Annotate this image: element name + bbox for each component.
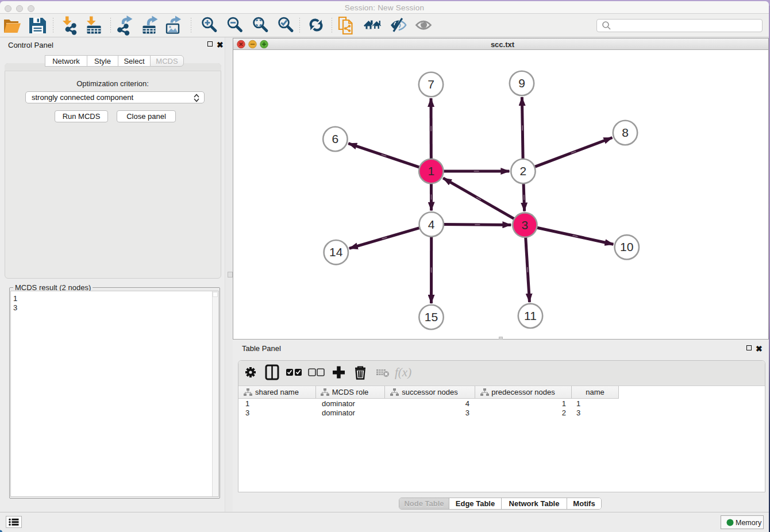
svg-text:15: 15: [425, 310, 438, 323]
svg-text:9: 9: [518, 76, 525, 90]
svg-text:2: 2: [520, 164, 527, 178]
svg-text:8: 8: [622, 126, 629, 139]
svg-text:14: 14: [329, 245, 343, 259]
svg-text:f(x): f(x): [395, 365, 411, 379]
svg-text:3: 3: [522, 218, 529, 232]
svg-text:11: 11: [524, 309, 537, 322]
svg-text:7: 7: [428, 78, 434, 91]
svg-text:1: 1: [428, 164, 434, 178]
svg-text:10: 10: [620, 240, 633, 253]
svg-text:4: 4: [428, 218, 435, 231]
svg-text:6: 6: [332, 132, 339, 145]
